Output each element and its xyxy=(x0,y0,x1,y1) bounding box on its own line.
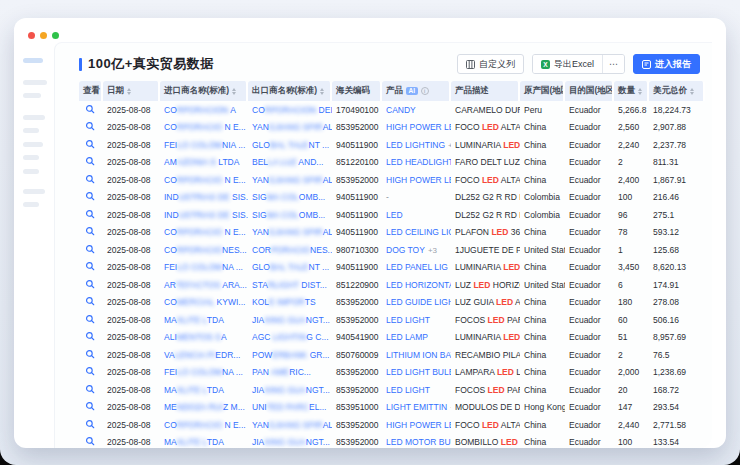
product-link[interactable]: LITHIUM ION BATTE xyxy=(386,350,451,360)
cell-importer-name[interactable]: ALIMENTOS SA xyxy=(160,329,248,347)
cell-importer-name[interactable]: CORPORACIO N E... xyxy=(160,224,248,242)
product-link[interactable]: DOG TOY xyxy=(386,245,425,255)
cell-importer-name[interactable]: COMERCIAL KYWI... xyxy=(160,294,248,312)
view-details-button[interactable] xyxy=(83,244,95,256)
product-link[interactable]: HIGH POWER LED F xyxy=(386,175,451,185)
cell-importer-name[interactable]: AMAZONIA S LTDA xyxy=(160,154,248,172)
view-details-button[interactable] xyxy=(83,366,95,378)
view-details-button[interactable] xyxy=(83,279,95,291)
cell-exporter-name[interactable]: PAN AMERIC... xyxy=(248,364,332,382)
cell-importer-name[interactable]: FEILO COLOMNA ... xyxy=(160,364,248,382)
view-details-button[interactable] xyxy=(83,419,95,431)
cell-exporter-name[interactable]: YANGJIANG SPIRAL LI... xyxy=(248,224,332,242)
cell-exporter-name[interactable]: STARLIGHT DIST... xyxy=(248,276,332,294)
cell-exporter-name[interactable]: GLOBAL TALENT ... xyxy=(248,259,332,277)
view-details-button[interactable] xyxy=(83,296,95,308)
product-link[interactable]: LED LIGHT xyxy=(386,315,430,325)
cell-importer-name[interactable]: CORPORACIONES... xyxy=(160,241,248,259)
sidebar-item[interactable] xyxy=(23,169,39,174)
sidebar-item[interactable] xyxy=(23,202,39,207)
view-details-button[interactable] xyxy=(83,384,95,396)
product-link[interactable]: LED HEADLIGHT xyxy=(386,157,451,167)
cell-importer-name[interactable]: FEILO COLOMNIA ... xyxy=(160,136,248,154)
view-details-button[interactable] xyxy=(83,349,95,361)
sidebar-item[interactable] xyxy=(23,142,43,147)
sort-icon[interactable] xyxy=(127,88,131,95)
cell-exporter-name[interactable]: JIAXING GUANGT... xyxy=(248,381,332,399)
sidebar-item[interactable] xyxy=(23,115,45,120)
cell-exporter-name[interactable]: JIAXING GUANGT... xyxy=(248,311,332,329)
product-link[interactable]: LED PANEL LIG xyxy=(386,262,448,272)
cell-importer-name[interactable]: CORPORACIO N E... xyxy=(160,416,248,434)
cell-exporter-name[interactable]: YANGJIANG SPIRAL LI... xyxy=(248,119,332,137)
cell-importer-name[interactable]: VALENCIA PIEDR... xyxy=(160,346,248,364)
customize-columns-button[interactable]: 自定义列 xyxy=(457,54,524,74)
product-link[interactable]: LIGHT EMITTIN xyxy=(386,402,447,412)
view-details-button[interactable] xyxy=(83,156,95,168)
cell-exporter-name[interactable]: SIGMA COLOMB... xyxy=(248,206,332,224)
view-details-button[interactable] xyxy=(83,174,95,186)
sidebar-item[interactable] xyxy=(23,189,45,194)
product-link[interactable]: HIGH POWER LED F xyxy=(386,122,451,132)
cell-exporter-name[interactable]: YANGJIANG SPIRAL LI... xyxy=(248,171,332,189)
zoom-button[interactable] xyxy=(52,32,59,39)
view-details-button[interactable] xyxy=(83,226,95,238)
minimize-button[interactable] xyxy=(40,32,47,39)
product-link[interactable]: LED xyxy=(386,210,403,220)
cell-importer-name[interactable]: MAXLITE LTDA xyxy=(160,311,248,329)
view-details-button[interactable] xyxy=(83,139,95,151)
export-excel-button[interactable]: X 导出Excel xyxy=(533,55,602,73)
sidebar-item[interactable] xyxy=(23,128,39,133)
cell-importer-name[interactable]: CORPORACIO N E... xyxy=(160,119,248,137)
sort-icon[interactable] xyxy=(320,88,324,95)
cell-importer-name[interactable]: CORPORACIO N E... xyxy=(160,171,248,189)
product-link[interactable]: LED LAMP xyxy=(386,332,428,342)
enter-report-button[interactable]: 进入报告 xyxy=(633,54,700,74)
cell-importer-name[interactable]: INDUSTRIAS DE SIS... xyxy=(160,189,248,207)
cell-exporter-name[interactable]: BELLA LUZ AND... xyxy=(248,154,332,172)
sort-icon[interactable] xyxy=(638,88,642,95)
cell-importer-name[interactable]: CORPORACION A xyxy=(160,101,248,119)
close-button[interactable] xyxy=(28,32,35,39)
cell-exporter-name[interactable]: GLOBAL TALENT ... xyxy=(248,136,332,154)
product-link[interactable]: LED LIGHTING xyxy=(386,140,445,150)
cell-exporter-name[interactable]: CORPORACION DEL ... xyxy=(248,101,332,119)
cell-exporter-name[interactable]: SIGMA COLOMB... xyxy=(248,189,332,207)
cell-importer-name[interactable]: ARTEFACTOS ARA... xyxy=(160,276,248,294)
cell-exporter-name[interactable]: POWERBANK GR... xyxy=(248,346,332,364)
cell-exporter-name[interactable]: AGC LIGHTING C... xyxy=(248,329,332,347)
info-icon[interactable]: i xyxy=(421,87,429,95)
product-link[interactable]: CANDY xyxy=(386,105,416,115)
sort-icon[interactable] xyxy=(690,88,694,95)
column-header-exporter[interactable]: 出口商名称(标准) xyxy=(248,81,332,101)
sidebar-item[interactable] xyxy=(23,93,41,98)
cell-importer-name[interactable]: FEILO COLOMNA ... xyxy=(160,259,248,277)
cell-importer-name[interactable]: MAXLITE LTDA xyxy=(160,381,248,399)
cell-exporter-name[interactable]: JIAXING GUANGT... xyxy=(248,434,332,449)
cell-exporter-name[interactable]: UNITED PARCEL... xyxy=(248,399,332,417)
sidebar-item-active[interactable] xyxy=(23,58,43,63)
product-link[interactable]: LED CEILING LIGHT xyxy=(386,227,451,237)
column-header-date[interactable]: 日期 xyxy=(103,81,160,101)
column-header-importer[interactable]: 进口商名称(标准) xyxy=(160,81,248,101)
view-details-button[interactable] xyxy=(83,401,95,413)
view-details-button[interactable] xyxy=(83,121,95,133)
view-details-button[interactable] xyxy=(83,191,95,203)
cell-importer-name[interactable]: MAXLITE LTDA xyxy=(160,434,248,449)
product-link[interactable]: HIGH POWER LED F xyxy=(386,420,451,430)
cell-importer-name[interactable]: MENDOZA RUIZ M... xyxy=(160,399,248,417)
product-link[interactable]: LED MOTOR BULB xyxy=(386,437,451,447)
column-header-usd-total[interactable]: 美元总价 xyxy=(649,81,705,101)
column-header-quantity[interactable]: 数量 xyxy=(614,81,649,101)
view-details-button[interactable] xyxy=(83,314,95,326)
view-details-button[interactable] xyxy=(83,209,95,221)
cell-exporter-name[interactable]: KOLE IMPORTS xyxy=(248,294,332,312)
export-more-button[interactable]: ⋯ xyxy=(602,55,624,73)
view-details-button[interactable] xyxy=(83,331,95,343)
sidebar-item[interactable] xyxy=(23,80,47,85)
cell-exporter-name[interactable]: YANGJIANG SPIRAL LI... xyxy=(248,416,332,434)
cell-importer-name[interactable]: INDUSTRIAS DE SIS... xyxy=(160,206,248,224)
view-details-button[interactable] xyxy=(83,436,95,448)
cell-exporter-name[interactable]: CORPORACIONES... xyxy=(248,241,332,259)
product-link[interactable]: LED HORIZONTAL L xyxy=(386,280,451,290)
